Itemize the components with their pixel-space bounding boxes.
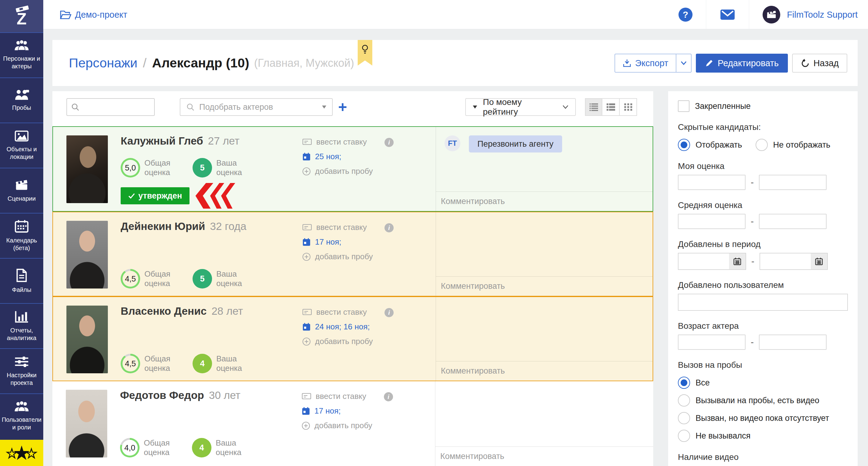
- info-icon[interactable]: i: [384, 223, 394, 232]
- candidate-row[interactable]: Дейнекин Юрий 32 года 4,5 Общая оценка 5…: [53, 212, 653, 296]
- actor-age-to-input[interactable]: [759, 334, 827, 350]
- sidebar-item-reports-analytics[interactable]: Отчеты, аналитика: [0, 303, 43, 348]
- sidebar-item-calendar[interactable]: Календарь (бета): [0, 213, 43, 258]
- sidebar-item-characters-actors[interactable]: Персонажи и актеры: [0, 32, 43, 78]
- breadcrumb-characters-link[interactable]: Персонажи: [69, 56, 137, 70]
- audition-dates[interactable]: 17 ноя;: [302, 406, 372, 416]
- my-rating-to-input[interactable]: [759, 175, 827, 190]
- enter-rate-action[interactable]: ввести ставку: [302, 391, 372, 401]
- my-rating-circle[interactable]: 5: [192, 158, 212, 177]
- audition-dates[interactable]: 25 ноя;: [302, 152, 373, 161]
- add-audition-action[interactable]: добавить пробу: [302, 252, 373, 261]
- actor-photo[interactable]: [66, 136, 108, 203]
- calendar-picker-button[interactable]: [811, 254, 827, 269]
- my-rating-circle[interactable]: 4: [192, 438, 211, 458]
- sidebar-item-project-settings[interactable]: Настройки проекта: [0, 348, 43, 394]
- period-from-input[interactable]: [679, 254, 729, 269]
- my-rating-from-input[interactable]: [678, 175, 746, 190]
- add-actor-button[interactable]: +: [338, 99, 347, 115]
- call-no-video-radio[interactable]: [678, 412, 690, 424]
- my-rating-circle[interactable]: 4: [192, 354, 212, 373]
- edit-button[interactable]: Редактировать: [696, 54, 788, 72]
- added-by-input[interactable]: [678, 294, 848, 311]
- view-grid-button[interactable]: [620, 98, 637, 116]
- candidate-row[interactable]: Власенко Денис 28 лет 4,5 Общая оценка 4…: [53, 296, 653, 381]
- app-logo[interactable]: Z: [0, 0, 43, 32]
- call-no-video-label[interactable]: Вызван, но видео пока отсутствует: [695, 413, 829, 423]
- enter-rate-action[interactable]: ввести ставку: [302, 137, 373, 147]
- comments-thread: [436, 212, 653, 276]
- comment-input[interactable]: Комментировать: [436, 361, 653, 381]
- call-all-radio[interactable]: [678, 377, 690, 389]
- pinned-checkbox[interactable]: [678, 100, 689, 112]
- call-all-label[interactable]: Все: [695, 378, 710, 388]
- export-button[interactable]: Экспорт: [615, 54, 676, 72]
- show-radio[interactable]: [678, 139, 690, 151]
- comment-input[interactable]: Комментировать: [435, 446, 653, 466]
- sidebar-item-auditions[interactable]: Пробы: [0, 78, 43, 123]
- actor-age-from-input[interactable]: [678, 334, 746, 350]
- candidate-row-approved[interactable]: Калужный Глеб 27 лет 5,0 Общая оценка 5 …: [53, 126, 653, 212]
- user-menu[interactable]: FilmToolz Support: [763, 6, 858, 24]
- actor-name[interactable]: Калужный Глеб: [121, 135, 203, 147]
- call-has-video-radio[interactable]: [678, 394, 690, 407]
- info-icon[interactable]: i: [384, 308, 394, 317]
- add-audition-action[interactable]: добавить пробу: [302, 421, 372, 430]
- audition-dates[interactable]: 24 ноя; 16 ноя;: [302, 322, 373, 331]
- actor-name[interactable]: Власенко Денис: [121, 305, 207, 317]
- actor-photo[interactable]: [66, 390, 107, 458]
- approved-status-badge[interactable]: утвержден: [121, 187, 189, 204]
- help-glyph: ?: [683, 9, 688, 20]
- avg-rating-from-input[interactable]: [678, 214, 746, 229]
- actor-actions: ввести ставку 24 ноя; 16 ноя; добав: [302, 308, 373, 346]
- pinned-label[interactable]: Закрепленные: [695, 101, 751, 111]
- lightbulb-icon: [361, 44, 369, 56]
- sort-select[interactable]: По моему рейтингу: [465, 98, 576, 116]
- comment-chip[interactable]: Перезвонить агенту: [469, 136, 562, 152]
- not-called-radio[interactable]: [678, 430, 690, 442]
- comment-input[interactable]: Комментировать: [436, 192, 653, 211]
- edit-label: Редактировать: [718, 58, 779, 68]
- sidebar-item-scripts[interactable]: Сценарии: [0, 168, 43, 213]
- hide-radio-label[interactable]: Не отображать: [773, 140, 831, 150]
- calendar-picker-button[interactable]: [729, 254, 746, 269]
- enter-rate-action[interactable]: ввести ставку: [302, 223, 373, 232]
- actor-name[interactable]: Дейнекин Юрий: [121, 220, 205, 232]
- enter-rate-action[interactable]: ввести ставку: [302, 308, 373, 317]
- sidebar-item-users-roles[interactable]: Пользователи и роли: [0, 394, 43, 439]
- info-glyph: i: [388, 225, 390, 231]
- view-list-large-button[interactable]: [602, 98, 620, 116]
- back-button[interactable]: Назад: [792, 54, 847, 72]
- back-label: Назад: [813, 58, 839, 68]
- hint-ribbon[interactable]: [358, 40, 372, 65]
- rate-card-icon: [302, 138, 312, 146]
- my-rating-value: 4: [200, 359, 205, 369]
- info-icon[interactable]: i: [384, 138, 394, 147]
- candidate-row[interactable]: Федотов Федор 30 лет 4,0 Общая оценка 4 …: [53, 381, 653, 466]
- my-rating-circle[interactable]: 5: [192, 269, 212, 289]
- actor-photo[interactable]: [66, 221, 108, 289]
- messages-button[interactable]: [720, 8, 736, 21]
- not-called-label[interactable]: Не вызывался: [695, 431, 750, 441]
- show-radio-label[interactable]: Отображать: [695, 140, 742, 150]
- avg-rating-to-input[interactable]: [759, 214, 827, 229]
- period-to-input[interactable]: [760, 254, 811, 269]
- hide-radio[interactable]: [755, 139, 768, 151]
- add-audition-action[interactable]: добавить пробу: [302, 337, 373, 346]
- pick-actors-select[interactable]: Подобрать актеров: [180, 98, 333, 116]
- sidebar-item-objects-locations[interactable]: Объекты и локации: [0, 123, 43, 168]
- rating-stars-badge[interactable]: [0, 440, 43, 466]
- audition-dates[interactable]: 17 ноя;: [302, 237, 373, 247]
- actor-name[interactable]: Федотов Федор: [120, 389, 204, 401]
- call-has-video-label[interactable]: Вызывали на пробы, есть видео: [695, 396, 819, 405]
- sidebar-item-files[interactable]: Файлы: [0, 258, 43, 303]
- export-options-button[interactable]: [676, 54, 691, 72]
- comment-input[interactable]: Комментировать: [436, 276, 653, 296]
- project-breadcrumb[interactable]: Демо-проект: [60, 0, 127, 29]
- add-audition-action[interactable]: добавить пробу: [302, 167, 373, 176]
- actor-photo[interactable]: [66, 305, 108, 373]
- info-icon[interactable]: i: [384, 392, 393, 401]
- view-list-compact-button[interactable]: [585, 98, 602, 116]
- calendar-blue-icon: [302, 152, 311, 161]
- help-button[interactable]: ?: [679, 8, 692, 22]
